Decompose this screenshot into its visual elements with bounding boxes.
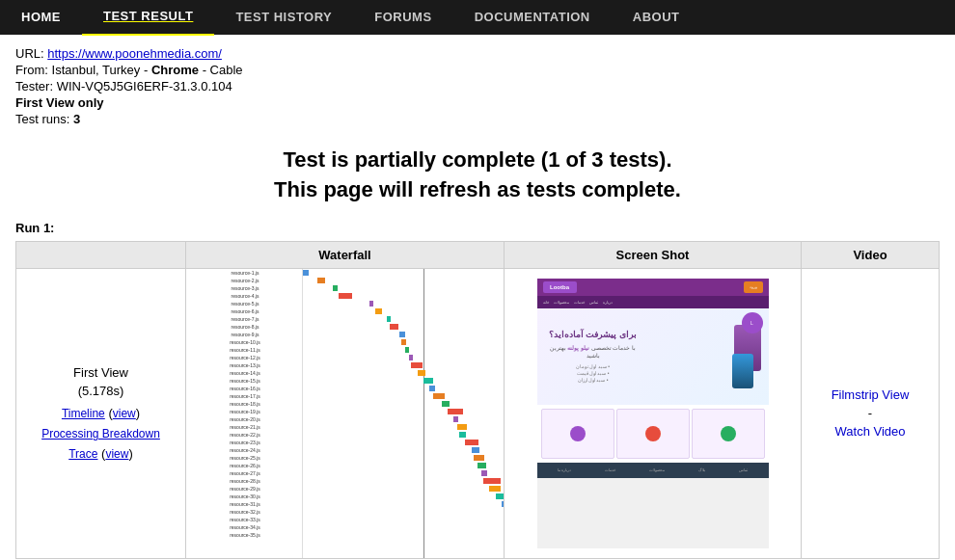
nav-test-result[interactable]: TEST RESULT (82, 0, 214, 36)
waterfall-bar-row (303, 500, 504, 508)
trace-link[interactable]: Trace (68, 447, 97, 461)
waterfall-label: resource-34.js (186, 523, 302, 531)
timeline-links: Timeline (view) (26, 406, 176, 420)
waterfall-bar-row (303, 415, 504, 423)
waterfall-label: resource-29.js (186, 485, 302, 493)
headline-line2: This page will refresh as tests complete… (15, 175, 940, 205)
filmstrip-view-link[interactable]: Filmstrip View (811, 387, 929, 402)
waterfall-bar-row (303, 462, 504, 469)
waterfall-bar-row (303, 392, 504, 400)
headline-section: Test is partially complete (1 of 3 tests… (15, 146, 940, 205)
waterfall-bar-row (303, 284, 504, 292)
meta-tester: Tester: WIN-VQ5J5GI6ERF-31.3.0.104 (15, 79, 940, 93)
nav-home[interactable]: HOME (0, 0, 82, 35)
waterfall-label: resource-28.js (186, 477, 302, 485)
view-time: (5.178s) (26, 384, 176, 398)
waterfall-label: resource-33.js (186, 516, 302, 523)
waterfall-label: resource-19.js (186, 408, 302, 415)
waterfall-cell: resource-1.jsresource-2.jsresource-3.jsr… (186, 268, 505, 558)
navbar: HOME TEST RESULT TEST HISTORY FORUMS DOC… (0, 0, 955, 35)
headline-line1: Test is partially complete (1 of 3 tests… (15, 146, 940, 175)
nav-documentation[interactable]: DOCUMENTATION (453, 0, 612, 35)
waterfall-label: resource-31.js (186, 500, 302, 508)
waterfall-label: resource-6.js (186, 307, 302, 315)
waterfall-label: resource-2.js (186, 277, 302, 284)
waterfall-label: resource-11.js (186, 346, 302, 354)
waterfall-label: resource-22.js (186, 431, 302, 439)
main-content: URL: https://www.poonehmedia.com/ From: … (0, 35, 955, 560)
table-row: First View (5.178s) Timeline (view) Proc… (16, 268, 940, 558)
waterfall-bar-row (303, 338, 504, 346)
waterfall-bar (401, 339, 406, 345)
waterfall-bar-row (303, 485, 504, 493)
waterfall-bar (405, 347, 409, 353)
waterfall-label: resource-8.js (186, 323, 302, 331)
waterfall-bar (496, 493, 504, 499)
processing-breakdown-link[interactable]: Processing Breakdown (41, 427, 160, 440)
run-label: Run 1: (15, 221, 940, 235)
waterfall-label: resource-35.js (186, 531, 302, 539)
waterfall-label: resource-16.js (186, 385, 302, 392)
waterfall-bar-row (303, 408, 504, 415)
waterfall-bar-row (303, 423, 504, 431)
waterfall-label: resource-30.js (186, 493, 302, 500)
timeline-view-link[interactable]: view (113, 407, 136, 420)
waterfall-label: resource-3.js (186, 284, 302, 292)
processing-link: Processing Breakdown (26, 426, 176, 440)
waterfall-label: resource-24.js (186, 446, 302, 454)
waterfall-bar (418, 370, 425, 376)
timeline-link[interactable]: Timeline (62, 407, 105, 420)
waterfall-bar (399, 332, 405, 337)
waterfall-bar (502, 501, 504, 507)
col-video: Video (802, 241, 940, 268)
screenshot-image: Lootba ورود خانه محصولات خدمات تماس دربا… (537, 279, 769, 548)
waterfall-bar-row (303, 531, 504, 539)
waterfall-label: resource-10.js (186, 338, 302, 346)
waterfall-bar-row (303, 277, 504, 284)
waterfall-bar-row (303, 400, 504, 408)
waterfall-bar-row (303, 323, 504, 331)
video-cell: Filmstrip View - Watch Video (802, 268, 940, 558)
waterfall-label: resource-14.js (186, 369, 302, 377)
nav-forums[interactable]: FORUMS (353, 0, 452, 35)
waterfall-label: resource-9.js (186, 331, 302, 338)
waterfall-bar-row (303, 439, 504, 446)
waterfall-bar (459, 432, 466, 438)
screenshot-cell: Lootba ورود خانه محصولات خدمات تماس دربا… (505, 268, 802, 558)
waterfall-bar (448, 409, 463, 414)
waterfall-label: resource-4.js (186, 292, 302, 300)
waterfall-bar-row (303, 385, 504, 392)
waterfall-bar-row (303, 377, 504, 385)
nav-about[interactable]: ABOUT (612, 0, 701, 35)
col-waterfall: Waterfall (186, 241, 505, 268)
watch-video-link[interactable]: Watch Video (811, 424, 929, 439)
nav-test-history[interactable]: TEST HISTORY (214, 0, 353, 35)
waterfall-bar-row (303, 493, 504, 500)
waterfall-bar-row (303, 331, 504, 338)
waterfall-bar (317, 278, 325, 283)
trace-view-link[interactable]: view (105, 447, 128, 461)
waterfall-bar (411, 362, 423, 368)
waterfall-bar (390, 324, 398, 330)
waterfall-label: resource-12.js (186, 354, 302, 361)
video-separator: - (811, 406, 929, 420)
waterfall-label: resource-21.js (186, 423, 302, 431)
waterfall-bar-row (303, 523, 504, 531)
waterfall-bar-row (303, 292, 504, 300)
waterfall-bar-row (303, 307, 504, 315)
view-name: First View (26, 365, 176, 380)
waterfall-bar (453, 416, 458, 422)
waterfall-bar (429, 386, 435, 391)
col-screenshot: Screen Shot (505, 241, 802, 268)
waterfall-bar-row (303, 446, 504, 454)
meta-runs: Test runs: 3 (15, 112, 940, 126)
waterfall-bar (423, 378, 433, 384)
waterfall-bar (333, 285, 338, 291)
waterfall-bar-row (303, 508, 504, 516)
waterfall-bar (339, 293, 352, 299)
waterfall-bar-row (303, 454, 504, 462)
waterfall-bar-row (303, 431, 504, 439)
waterfall-bar-row (303, 477, 504, 485)
url-link[interactable]: https://www.poonehmedia.com/ (47, 46, 222, 61)
waterfall-bar (442, 401, 450, 407)
